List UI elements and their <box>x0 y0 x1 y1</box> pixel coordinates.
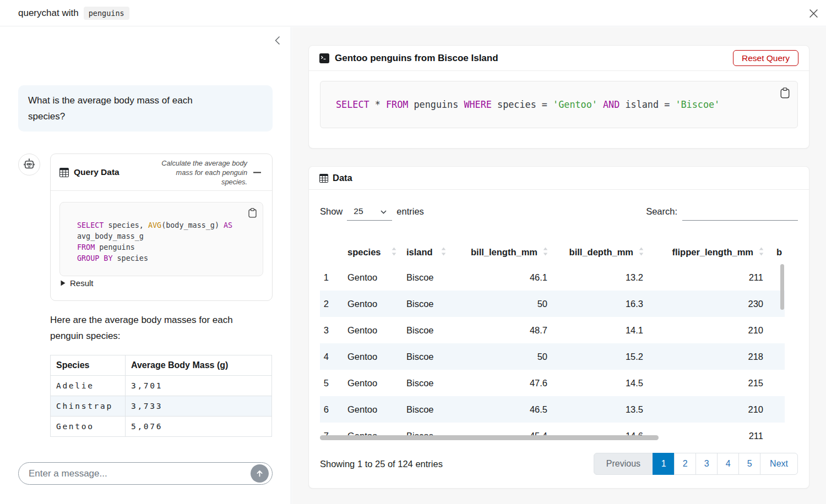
table-cell: 13.5 <box>552 396 648 423</box>
page-length-control: Show 25 entries <box>320 202 424 221</box>
table-cell: Biscoe <box>401 396 450 423</box>
sort-icon <box>392 247 396 258</box>
column-header-b[interactable]: b <box>768 240 785 264</box>
data-table: speciesislandbill_length_mmbill_depth_mm… <box>320 240 785 443</box>
page-button-previous[interactable]: Previous <box>594 453 653 475</box>
chat-result-table: SpeciesAverage Body Mass (g) Adelie3,701… <box>50 355 272 437</box>
app-title-text: querychat with <box>18 8 79 19</box>
table-row: 1GentooBiscoe46.113.2211 <box>320 264 785 291</box>
horizontal-scrollbar[interactable] <box>320 435 659 440</box>
page-length-select[interactable]: 25 <box>347 202 392 221</box>
result-cell: 3,733 <box>126 396 272 417</box>
dataset-chip: penguins <box>84 7 129 20</box>
terminal-icon <box>319 53 329 63</box>
column-header-flipper_length_mm[interactable]: flipper_length_mm <box>648 240 768 264</box>
page-button-3[interactable]: 3 <box>695 453 718 475</box>
table-cell <box>768 423 785 443</box>
result-cell: 3,701 <box>126 376 272 396</box>
table-cell: 14.6 <box>552 423 648 443</box>
page-button-5[interactable]: 5 <box>738 453 760 475</box>
column-header-bill_length_mm[interactable]: bill_length_mm <box>450 240 552 264</box>
table-cell: Gentoo <box>342 370 401 396</box>
table-cell: Biscoe <box>401 291 450 317</box>
result-row: Gentoo5,076 <box>51 417 272 437</box>
result-col-header: Species <box>51 355 126 376</box>
collapse-sidebar-icon[interactable] <box>274 36 283 46</box>
search-input[interactable] <box>682 202 798 221</box>
table-cell: 215 <box>648 370 768 396</box>
sort-icon <box>759 247 764 258</box>
table-cell: Biscoe <box>401 370 450 396</box>
query-card-header: Gentoo penguins from Biscoe Island Reset… <box>309 46 809 71</box>
table-cell: 6 <box>320 396 342 423</box>
table-cell: 5 <box>320 370 342 396</box>
page-button-1[interactable]: 1 <box>653 453 675 475</box>
collapse-tool-card-icon[interactable] <box>253 172 261 173</box>
vertical-scrollbar[interactable] <box>780 264 784 310</box>
data-card-body: Show 25 entries Search: sp <box>309 190 809 489</box>
tool-card-body: SELECT species, AVG(body_mass_g) ASavg_b… <box>51 191 272 297</box>
column-header-island[interactable]: island <box>401 240 450 264</box>
table-cell: 50 <box>450 343 552 370</box>
sort-icon <box>441 247 446 258</box>
page-button-4[interactable]: 4 <box>717 453 739 475</box>
table-cell <box>768 370 785 396</box>
query-title: Gentoo penguins from Biscoe Island <box>335 53 498 64</box>
copy-icon[interactable] <box>248 208 257 221</box>
chat-sql-code-block: SELECT species, AVG(body_mass_g) ASavg_b… <box>59 202 263 276</box>
table-cell: Gentoo <box>342 423 401 443</box>
query-card-body: SELECT * FROM penguins WHERE species = '… <box>309 71 809 138</box>
table-cell: 210 <box>648 317 768 343</box>
table-cell: Biscoe <box>401 264 450 291</box>
data-table-head: speciesislandbill_length_mmbill_depth_mm… <box>320 240 785 264</box>
page-button-next[interactable]: Next <box>760 453 798 475</box>
table-cell: 14.5 <box>552 370 648 396</box>
datatable-footer: Showing 1 to 25 of 124 entries Previous1… <box>320 453 798 475</box>
close-icon[interactable] <box>807 7 819 19</box>
search-control: Search: <box>646 202 798 221</box>
column-header-bill_depth_mm[interactable]: bill_depth_mm <box>552 240 648 264</box>
data-table-body: 1GentooBiscoe46.113.22112GentooBiscoe501… <box>320 264 785 443</box>
reset-query-button[interactable]: Reset Query <box>733 50 798 66</box>
table-cell: Gentoo <box>342 264 401 291</box>
result-cell: Gentoo <box>51 417 126 437</box>
table-cell: Biscoe <box>401 423 450 443</box>
table-cell: 48.7 <box>450 317 552 343</box>
data-card-title: Data <box>333 173 352 183</box>
table-cell: Gentoo <box>342 343 401 370</box>
send-button[interactable] <box>251 464 269 483</box>
pagination: Previous12345Next <box>594 453 798 475</box>
column-header-species[interactable]: species <box>342 240 401 264</box>
table-cell: 45.4 <box>450 423 552 443</box>
table-cell: 218 <box>648 343 768 370</box>
table-row: 7GentooBiscoe45.414.6211 <box>320 423 785 443</box>
table-cell: Gentoo <box>342 291 401 317</box>
table-cell: 16.3 <box>552 291 648 317</box>
result-toggle[interactable]: Result <box>59 278 263 288</box>
table-cell: Biscoe <box>401 343 450 370</box>
copy-icon[interactable] <box>780 87 790 101</box>
chat-result-table-body: Adelie3,701Chinstrap3,733Gentoo5,076 <box>51 376 272 437</box>
chat-input[interactable] <box>19 463 272 484</box>
data-card-header: Data <box>309 167 809 190</box>
tool-card-header: Query Data Calculate the average body ma… <box>51 154 272 191</box>
table-cell: 211 <box>648 423 768 443</box>
app-header: querychat with penguins <box>0 0 826 26</box>
page-button-2[interactable]: 2 <box>674 453 696 475</box>
table-row: 4GentooBiscoe5015.2218 <box>320 343 785 370</box>
tool-card-title: Query Data <box>59 167 119 177</box>
table-cell: Gentoo <box>342 317 401 343</box>
chat-result-table-head: SpeciesAverage Body Mass (g) <box>51 355 272 376</box>
table-cell: 7 <box>320 423 342 443</box>
user-message: What is the average body mass of each sp… <box>18 85 273 132</box>
table-row: 6GentooBiscoe46.513.5210 <box>320 396 785 423</box>
sort-icon <box>639 247 644 258</box>
table-cell: 4 <box>320 343 342 370</box>
table-icon <box>59 168 69 177</box>
table-cell: 211 <box>648 264 768 291</box>
chevron-down-icon <box>381 210 387 214</box>
robot-avatar-icon <box>18 154 40 176</box>
table-cell: 50 <box>450 291 552 317</box>
table-cell: 47.6 <box>450 370 552 396</box>
table-cell <box>768 317 785 343</box>
